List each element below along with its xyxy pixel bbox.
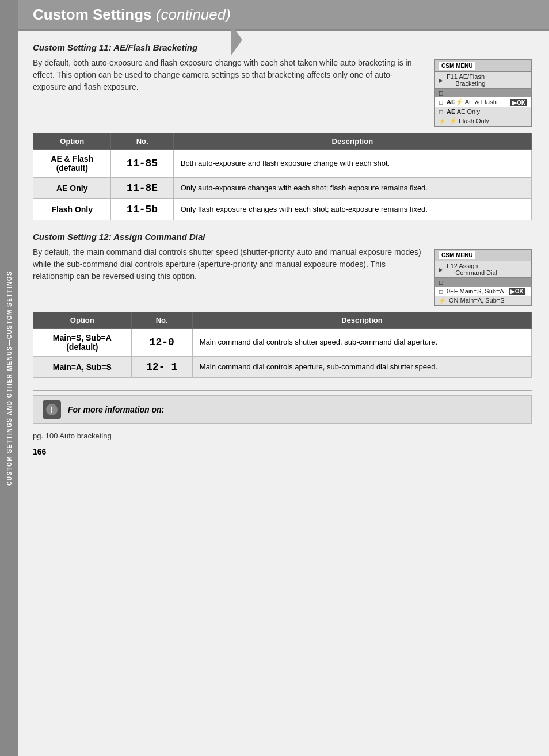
table-11: Option No. Description AE & Flash(defaul… bbox=[33, 133, 532, 220]
th-12-desc: Description bbox=[192, 312, 531, 329]
table-row: AE & Flash(default)11-85Both auto-exposu… bbox=[33, 150, 532, 178]
footer-info-box: ! For more information on: bbox=[33, 395, 532, 424]
csm-menu-12-title-box: CSM MENU bbox=[439, 251, 475, 259]
footer-area: ! For more information on: pg. 100 Auto … bbox=[33, 390, 532, 459]
td-number: 11-5b bbox=[111, 199, 173, 220]
td-desc: Both auto-exposure and flash exposure ch… bbox=[173, 150, 531, 178]
table-row: Main=S, Sub=A(default)12-0Main command d… bbox=[33, 329, 532, 357]
header-subtitle: (continued) bbox=[156, 6, 231, 23]
section-12: Custom Setting 12: Assign Command Dial B… bbox=[33, 232, 532, 378]
csm-menu-11-title-row: CSM MENU bbox=[435, 60, 531, 72]
section-11-text: By default, both auto-exposure and flash… bbox=[33, 57, 422, 93]
csm-menu-11-row-ae-flash: ◻ AE⚡ AE & Flash ▶OK bbox=[435, 97, 531, 107]
th-11-no: No. bbox=[111, 133, 173, 150]
header-bar: Custom Settings (continued) bbox=[18, 0, 549, 29]
sidebar: CUSTOM SETTINGS AND OTHER MENUS—CUSTOM S… bbox=[0, 0, 18, 756]
csm-menu-11-subtitle: ▶ F11 AE/Flash Bracketing bbox=[435, 72, 531, 88]
table-12: Option No. Description Main=S, Sub=A(def… bbox=[33, 312, 532, 378]
csm-menu-12: CSM MENU ▶ F12 Assign Command Dial ◻ ◻ 0… bbox=[434, 249, 532, 306]
main-content: Custom Settings (continued) Custom Setti… bbox=[18, 0, 549, 756]
csm-menu-12-row-off: ◻ 0FF Main=S, Sub=A ▶OK bbox=[435, 287, 531, 296]
td-number: 11-85 bbox=[111, 150, 173, 178]
td-number: 11-8E bbox=[111, 178, 173, 199]
td-desc: Only auto-exposure changes with each sho… bbox=[173, 178, 531, 199]
header-title: Custom Settings (continued) bbox=[33, 6, 231, 23]
th-12-no: No. bbox=[131, 312, 192, 329]
td-number: 12- 1 bbox=[131, 357, 192, 378]
csm-menu-11-row-1: ◻ bbox=[435, 88, 531, 97]
sidebar-text: CUSTOM SETTINGS AND OTHER MENUS—CUSTOM S… bbox=[6, 270, 13, 485]
td-desc: Main command dial controls aperture, sub… bbox=[192, 357, 531, 378]
td-option: Main=S, Sub=A(default) bbox=[33, 329, 132, 357]
csm-menu-12-row-on: ⚡ ON Main=A, Sub=S bbox=[435, 296, 531, 305]
section-12-body: By default, the main command dial contro… bbox=[33, 246, 532, 306]
td-option: AE & Flash(default) bbox=[33, 150, 111, 178]
csm-menu-11-title-box: CSM MENU bbox=[439, 62, 475, 70]
th-11-option: Option bbox=[33, 133, 111, 150]
table-row: AE Only11-8EOnly auto-exposure changes w… bbox=[33, 178, 532, 199]
csm-menu-12-row-bg: ◻ bbox=[435, 277, 531, 287]
section-11: Custom Setting 11: AE/Flash Bracketing B… bbox=[33, 43, 532, 220]
td-number: 12-0 bbox=[131, 329, 192, 357]
td-option: Flash Only bbox=[33, 199, 111, 220]
td-desc: Only flash exposure changes with each sh… bbox=[173, 199, 531, 220]
td-desc: Main command dial controls shutter speed… bbox=[192, 329, 531, 357]
csm-menu-11: CSM MENU ▶ F11 AE/Flash Bracketing ◻ ◻ A… bbox=[434, 59, 532, 127]
csm-menu-12-title-row: CSM MENU bbox=[435, 250, 531, 261]
section-12-title: Custom Setting 12: Assign Command Dial bbox=[33, 232, 532, 242]
info-icon: ! bbox=[45, 403, 58, 416]
footer-ref-text: Auto bracketing bbox=[59, 432, 111, 440]
footer-info-text: For more information on: bbox=[68, 405, 164, 414]
section-11-body: By default, both auto-exposure and flash… bbox=[33, 57, 532, 127]
content-area: Custom Setting 11: AE/Flash Bracketing B… bbox=[18, 31, 549, 756]
section-11-title: Custom Setting 11: AE/Flash Bracketing bbox=[33, 43, 532, 52]
td-option: Main=A, Sub=S bbox=[33, 357, 132, 378]
csm-menu-11-row-flash-only: ⚡ ⚡ Flash Only bbox=[435, 116, 531, 126]
th-12-option: Option bbox=[33, 312, 132, 329]
footer-ref-row: pg. 100 Auto bracketing bbox=[33, 429, 532, 442]
section-12-text: By default, the main command dial contro… bbox=[33, 246, 422, 282]
table-row: Flash Only11-5bOnly flash exposure chang… bbox=[33, 199, 532, 220]
page-number: 166 bbox=[33, 447, 532, 456]
td-option: AE Only bbox=[33, 178, 111, 199]
footer-ref-page: pg. 100 bbox=[33, 432, 59, 440]
footer-icon: ! bbox=[43, 400, 61, 419]
th-11-desc: Description bbox=[173, 133, 531, 150]
header-arrow-decoration bbox=[231, 24, 242, 56]
table-row: Main=A, Sub=S12- 1Main command dial cont… bbox=[33, 357, 532, 378]
csm-menu-12-subtitle: ▶ F12 Assign Command Dial bbox=[435, 261, 531, 277]
svg-text:!: ! bbox=[51, 405, 54, 414]
csm-menu-11-row-ae-only: ◻ AE AE Only bbox=[435, 107, 531, 116]
header-bar-inner: Custom Settings (continued) bbox=[33, 6, 231, 24]
